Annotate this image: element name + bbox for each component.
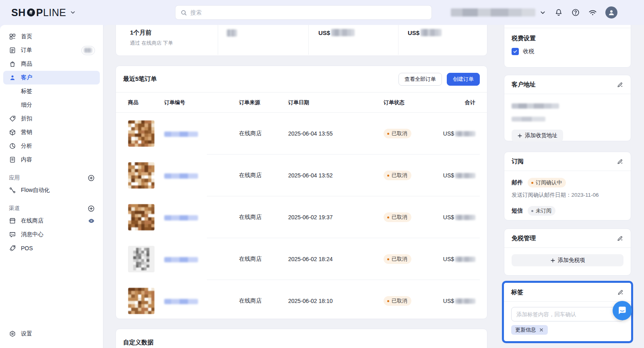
redacted-count bbox=[84, 48, 92, 53]
summary-amount-1: US$ bbox=[318, 29, 355, 36]
order-date: 2025-06-02 18:24 bbox=[288, 256, 333, 262]
products-icon bbox=[9, 60, 16, 68]
sidebar-item-订单[interactable]: 订单 bbox=[3, 43, 100, 57]
status-badge-cancelled: 已取消 bbox=[384, 129, 411, 138]
topbar-right bbox=[451, 0, 617, 25]
sidebar-item-首页[interactable]: 首页 bbox=[3, 30, 100, 43]
subscription-title: 订阅 bbox=[512, 158, 524, 165]
tag-input[interactable] bbox=[511, 307, 624, 321]
sidebar-item-settings[interactable]: 设置 bbox=[3, 327, 100, 341]
view-all-orders-button[interactable]: 查看全部订单 bbox=[398, 73, 442, 86]
product-thumbnail bbox=[128, 204, 155, 231]
sidebar-item-label: 首页 bbox=[21, 33, 32, 40]
sidebar-item-细分[interactable]: 细分 bbox=[3, 98, 100, 112]
sidebar-item-label: 设置 bbox=[21, 330, 32, 338]
add-shipping-address-button[interactable]: 添加收货地址 bbox=[512, 130, 563, 142]
create-order-button[interactable]: 创建订单 bbox=[447, 73, 480, 86]
search-input[interactable] bbox=[190, 9, 427, 16]
edit-tax-exemption-pencil-icon[interactable] bbox=[617, 235, 623, 242]
logo-chevron-down-icon bbox=[70, 9, 76, 16]
sidebar-item-分析[interactable]: 分析 bbox=[3, 139, 100, 153]
tax-settings-card: 税费设置 收税 bbox=[504, 25, 631, 68]
shopline-logo[interactable]: SHPLINE bbox=[11, 0, 76, 25]
order-number-link[interactable] bbox=[164, 172, 198, 179]
sidebar-item-Flow自动化[interactable]: Flow自动化 bbox=[3, 183, 100, 197]
total-amount-redacted bbox=[455, 215, 475, 220]
sidebar-item-商品[interactable]: 商品 bbox=[3, 57, 100, 71]
sidebar-item-label: 消息中心 bbox=[21, 231, 43, 238]
custom-data-title: 自定义数据 bbox=[116, 329, 487, 346]
total-amount-redacted bbox=[455, 257, 475, 262]
order-number-link[interactable] bbox=[164, 298, 198, 304]
column-header-合计: 合计 bbox=[465, 99, 475, 106]
collect-tax-label: 收税 bbox=[523, 48, 534, 55]
status-badge-cancelled: 已取消 bbox=[384, 254, 411, 264]
order-total: US$ bbox=[443, 130, 475, 137]
status-dot bbox=[387, 216, 389, 218]
order-number-link[interactable] bbox=[164, 130, 198, 137]
order-number-link[interactable] bbox=[164, 214, 198, 220]
order-date: 2025-06-04 13:52 bbox=[288, 172, 333, 179]
order-number-redacted bbox=[164, 173, 198, 179]
status-dot bbox=[387, 133, 389, 135]
add-circle-icon[interactable] bbox=[87, 174, 95, 182]
store-account-switcher[interactable] bbox=[451, 8, 546, 16]
product-cell bbox=[128, 120, 155, 147]
tax-exemption-title: 免税管理 bbox=[512, 235, 536, 242]
recent-orders-title: 最近5笔订单 bbox=[123, 75, 157, 83]
discount-icon bbox=[9, 115, 16, 122]
order-source: 在线商店 bbox=[239, 130, 262, 137]
sidebar-item-标签[interactable]: 标签 bbox=[3, 84, 100, 98]
edit-tags-pencil-icon[interactable] bbox=[617, 289, 624, 296]
sidebar-item-客户[interactable]: 客户 bbox=[3, 71, 100, 84]
column-header-订单编号: 订单编号 bbox=[164, 99, 185, 106]
order-source: 在线商店 bbox=[239, 297, 262, 305]
total-amount-redacted bbox=[455, 131, 475, 136]
order-row: 在线商店2025-06-02 18:24已取消US$ bbox=[116, 238, 487, 280]
sidebar-item-label: 在线商店 bbox=[21, 217, 43, 224]
user-avatar[interactable] bbox=[605, 6, 617, 19]
currency-label: US$ bbox=[443, 256, 454, 262]
sidebar-item-消息中心[interactable]: 消息中心 bbox=[3, 228, 100, 241]
column-header-订单状态: 订单状态 bbox=[384, 99, 405, 106]
account-chevron-down-icon bbox=[539, 9, 546, 16]
edit-address-pencil-icon[interactable] bbox=[617, 81, 623, 88]
add-circle-icon[interactable] bbox=[87, 205, 95, 212]
sidebar-item-折扣[interactable]: 折扣 bbox=[3, 112, 100, 126]
collect-tax-checkbox[interactable] bbox=[512, 48, 519, 55]
order-summary-card: 1个月前 通过 在线商店 下单 US$ US$ bbox=[116, 25, 487, 56]
store-icon bbox=[9, 217, 16, 224]
sidebar-item-在线商店[interactable]: 在线商店 bbox=[3, 214, 100, 228]
tag-chip: 更新信息 bbox=[511, 325, 548, 335]
notifications-bell-icon[interactable] bbox=[554, 8, 563, 17]
sidebar-item-营销[interactable]: 营销 bbox=[3, 126, 100, 139]
sidebar-item-POS[interactable]: POS bbox=[3, 241, 100, 255]
remove-tag-close-icon[interactable] bbox=[539, 327, 544, 332]
sidebar-item-label: 标签 bbox=[21, 88, 32, 95]
summary-amount-2: US$ bbox=[408, 29, 442, 36]
last-order-time: 1个月前 bbox=[130, 29, 173, 37]
marketing-icon bbox=[9, 129, 16, 136]
sidebar-item-label: 客户 bbox=[21, 74, 32, 81]
status-dot bbox=[387, 300, 389, 302]
visibility-eye-icon[interactable] bbox=[88, 217, 95, 224]
order-number-link[interactable] bbox=[164, 256, 198, 262]
help-icon[interactable] bbox=[571, 8, 580, 17]
sidebar-item-内容[interactable]: 内容 bbox=[3, 153, 100, 167]
sidebar-section-渠道: 渠道 bbox=[3, 203, 100, 214]
global-search bbox=[175, 5, 432, 20]
sidebar-item-label: 细分 bbox=[21, 101, 32, 109]
add-tax-exemption-button[interactable]: 添加免税项 bbox=[512, 254, 623, 266]
redacted-amount bbox=[421, 29, 442, 36]
order-number-redacted bbox=[164, 257, 198, 262]
order-row: 在线商店2025-06-02 19:37已取消US$ bbox=[116, 196, 487, 238]
summary-divider bbox=[398, 25, 398, 55]
status-badge-cancelled: 已取消 bbox=[384, 212, 411, 222]
edit-subscription-pencil-icon[interactable] bbox=[617, 158, 623, 165]
network-status-icon[interactable] bbox=[588, 8, 597, 17]
order-total: US$ bbox=[443, 256, 475, 262]
search-icon bbox=[180, 9, 187, 16]
chat-launcher-button[interactable] bbox=[613, 301, 632, 320]
order-source: 在线商店 bbox=[239, 255, 262, 263]
order-status-cell: 已取消 bbox=[384, 129, 411, 138]
